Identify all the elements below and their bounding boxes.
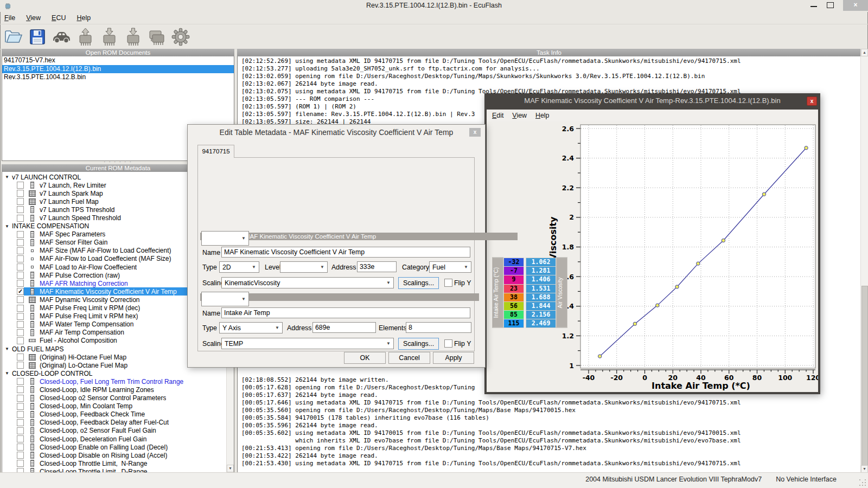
scroll-down-icon[interactable]: ▼ — [861, 465, 868, 473]
tree-item[interactable]: Closed-Loop Throttle Limit, N-Range — [2, 459, 227, 467]
temp-cell[interactable]: 85 — [503, 310, 524, 319]
tree-item[interactable]: Closed-Loop, Feedback Check Time — [2, 410, 227, 419]
temp-cell[interactable]: 38 — [503, 293, 524, 301]
temp-cell[interactable]: 115 — [503, 319, 524, 328]
map-checkbox[interactable] — [17, 354, 24, 361]
map-checkbox[interactable] — [17, 198, 24, 205]
elements-field[interactable] — [406, 322, 471, 333]
rom-document-item[interactable]: 94170715-V7.hex — [2, 56, 234, 65]
map-checkbox[interactable] — [17, 411, 24, 418]
chart-menu-help[interactable]: Help — [535, 112, 550, 119]
table-type-select[interactable]: 2D▼ — [219, 261, 259, 273]
tree-item[interactable]: Closed-Loop, o2 Sensor Fault Fuel Gain — [2, 427, 227, 435]
map-checkbox[interactable] — [17, 247, 24, 254]
tree-item[interactable]: Closed-Loop, Feedback Delay after Fuel-C… — [2, 419, 227, 427]
map-checkbox[interactable] — [17, 468, 24, 472]
menu-file[interactable]: File — [4, 14, 15, 22]
chart-menu-view[interactable]: View — [512, 112, 527, 119]
tree-item[interactable]: Closed-Loop, Idle RPM Learning Zones — [2, 386, 227, 394]
axis-address-field[interactable] — [312, 322, 376, 333]
scaling-select[interactable]: KinematicViscosity▼ — [221, 277, 394, 288]
task-scrollbar[interactable]: ▲ ▼ — [860, 49, 868, 473]
collapse-triangle-icon[interactable]: ▼ — [5, 371, 9, 376]
axis-group-selector[interactable]: ▼ — [201, 292, 249, 306]
map-checkbox[interactable] — [17, 386, 24, 393]
flip-y-checkbox[interactable] — [444, 279, 452, 287]
scroll-up-icon[interactable]: ▲ — [861, 49, 868, 56]
viscosity-cell[interactable]: 1.688 — [526, 293, 556, 301]
rom-document-item[interactable]: Rev.3.15.PTE.1004.12.I(12.B).bin — [2, 65, 234, 74]
rom-id-tab[interactable]: 94170715 — [197, 145, 234, 158]
viscosity-cell[interactable]: 1.062 — [526, 258, 556, 266]
map-checkbox[interactable] — [17, 395, 24, 402]
viscosity-cell[interactable]: 1.844 — [526, 301, 556, 310]
map-checkbox[interactable] — [17, 362, 24, 369]
map-checkbox[interactable] — [17, 305, 24, 312]
map-checkbox[interactable] — [17, 321, 24, 328]
map-checkbox[interactable] — [17, 378, 24, 385]
map-checkbox[interactable] — [17, 280, 24, 287]
axis-name-field[interactable] — [221, 307, 470, 318]
map-checkbox[interactable] — [17, 255, 24, 262]
menu-help[interactable]: Help — [76, 14, 91, 22]
viscosity-cell[interactable]: 2.156 — [526, 310, 556, 319]
axis-flip-y-checkbox[interactable] — [444, 339, 452, 348]
minimize-button[interactable] — [807, 0, 821, 11]
table-address-field[interactable] — [357, 261, 397, 272]
resize-grip[interactable] — [859, 479, 860, 480]
axis-type-select[interactable]: Y Axis▼ — [219, 322, 283, 333]
close-button[interactable]: × — [843, 0, 868, 11]
map-checkbox[interactable] — [17, 264, 24, 271]
tree-item[interactable]: Closed-Loop o2 Sensor Control Parameters — [2, 394, 227, 402]
temp-cell[interactable]: 56 — [503, 301, 524, 310]
map-checkbox[interactable] — [17, 427, 24, 434]
map-checkbox[interactable] — [17, 403, 24, 410]
write-to-ecu-alt-button[interactable] — [123, 26, 143, 48]
map-checkbox[interactable] — [17, 215, 24, 222]
settings-button[interactable] — [170, 26, 191, 48]
chart-menu-edit[interactable]: Edit — [492, 112, 503, 119]
category-select[interactable]: Fuel▼ — [429, 261, 471, 273]
open-rom-button[interactable] — [3, 26, 24, 48]
map-checkbox[interactable] — [17, 460, 24, 467]
axis-scalings-button[interactable]: Scalings... — [398, 338, 439, 350]
viscosity-cell[interactable]: 1.531 — [526, 284, 556, 293]
tree-item[interactable]: Closed-Loop, Fuel Long Term Trim Control… — [2, 377, 227, 386]
map-checkbox[interactable] — [17, 231, 24, 238]
chart-window-titlebar[interactable]: MAF Kinematic Viscosity Coefficient V Ai… — [484, 93, 820, 110]
map-checkbox[interactable] — [17, 329, 24, 336]
map-checkbox[interactable] — [17, 419, 24, 426]
viscosity-cell[interactable]: 1.406 — [526, 275, 556, 284]
collapse-triangle-icon[interactable]: ▼ — [5, 224, 9, 229]
tree-item[interactable]: Closed-Loop Enable on Falling Load (Dece… — [2, 443, 227, 451]
test-ecu-connection-button[interactable] — [146, 26, 167, 48]
viscosity-cell[interactable]: 1.281 — [526, 266, 556, 275]
map-checkbox[interactable] — [17, 444, 24, 451]
maximize-button[interactable] — [824, 0, 838, 11]
write-to-ecu-button[interactable] — [99, 26, 119, 48]
chart-close-button[interactable]: x — [807, 97, 817, 106]
collapse-triangle-icon[interactable]: ▼ — [5, 346, 9, 351]
map-checkbox[interactable] — [17, 272, 24, 279]
scalings-button[interactable]: Scalings... — [398, 277, 439, 289]
apply-button[interactable]: Apply — [433, 352, 474, 364]
tree-item[interactable]: Closed-Loop Disable on Rising Load (Acce… — [2, 451, 227, 459]
temp-cell[interactable]: 9 — [503, 275, 524, 284]
map-checkbox[interactable] — [17, 296, 24, 303]
map-checkbox[interactable] — [17, 206, 24, 213]
map-checkbox[interactable] — [17, 452, 24, 459]
task-scroll-thumb[interactable] — [861, 286, 868, 466]
table-group-selector[interactable]: ▼ — [201, 231, 249, 246]
save-rom-button[interactable] — [27, 26, 48, 48]
cancel-button[interactable]: Cancel — [388, 352, 430, 364]
temp-cell[interactable]: -32 — [503, 258, 524, 266]
collapse-triangle-icon[interactable]: ▼ — [5, 175, 9, 179]
axis-scaling-select[interactable]: TEMP▼ — [221, 338, 394, 349]
tree-section[interactable]: ▼CLOSED-LOOP CONTROL — [2, 369, 227, 377]
menu-view[interactable]: View — [26, 14, 41, 22]
map-checkbox[interactable] — [17, 190, 24, 197]
level-select[interactable]: ▼ — [280, 261, 328, 273]
map-checkbox[interactable] — [17, 435, 24, 442]
map-checkbox[interactable] — [17, 239, 24, 246]
scroll-down-icon[interactable]: ▼ — [227, 465, 234, 472]
